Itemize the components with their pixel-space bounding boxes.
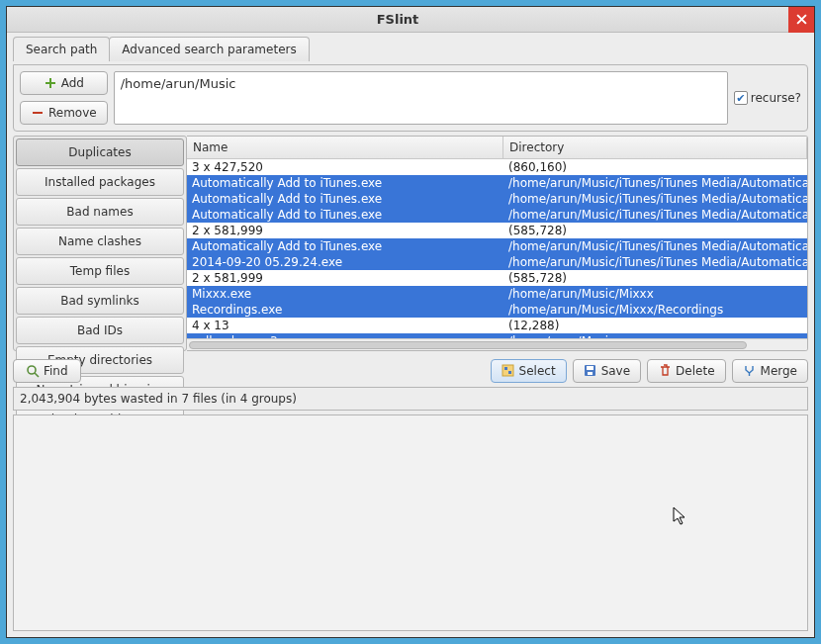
- close-button[interactable]: [788, 7, 814, 33]
- table-row[interactable]: 2 x 581,999(585,728): [187, 223, 807, 238]
- svg-rect-1: [502, 365, 513, 376]
- cell-directory: /home/arun/Music/Mixxx/Recordings: [503, 302, 807, 318]
- svg-rect-3: [508, 371, 511, 374]
- search-path-panel: Add Remove /home/arun/Music ✔ recurse?: [13, 64, 808, 132]
- cell-directory: (860,160): [503, 159, 807, 175]
- recurse-checkbox[interactable]: ✔ recurse?: [734, 91, 801, 105]
- main-split: Duplicates Installed packages Bad names …: [13, 136, 808, 351]
- cell-directory: /home/arun/Music/iTunes/iTunes Media/Aut…: [503, 207, 807, 223]
- find-label: Find: [44, 364, 68, 378]
- cell-directory: /home/arun/Music/iTunes/iTunes Media/Aut…: [503, 254, 807, 270]
- scrollbar-thumb[interactable]: [189, 341, 747, 349]
- add-button[interactable]: Add: [20, 71, 108, 95]
- col-directory[interactable]: Directory: [503, 137, 807, 158]
- search-icon: [26, 364, 40, 378]
- svg-point-0: [28, 366, 36, 374]
- merge-icon: [743, 364, 757, 378]
- cell-directory: /home/arun/Music/Mixxx: [503, 286, 807, 302]
- check-icon: ✔: [734, 91, 748, 105]
- sidebar-item-bad-names[interactable]: Bad names: [16, 198, 184, 226]
- cell-directory: /home/arun/Music/iTunes/iTunes Media/Aut…: [503, 175, 807, 191]
- find-button[interactable]: Find: [13, 359, 81, 383]
- category-sidebar: Duplicates Installed packages Bad names …: [13, 136, 187, 351]
- table-row[interactable]: Recordings.exe/home/arun/Music/Mixxx/Rec…: [187, 302, 807, 318]
- table-row[interactable]: Automatically Add to iTunes.exe/home/aru…: [187, 175, 807, 191]
- sidebar-item-bad-symlinks[interactable]: Bad symlinks: [16, 287, 184, 315]
- delete-label: Delete: [676, 364, 714, 378]
- close-icon: [796, 12, 807, 28]
- window-body: Search path Advanced search parameters A…: [7, 33, 814, 637]
- titlebar: FSlint: [7, 7, 814, 33]
- cell-directory: (585,728): [503, 270, 807, 286]
- trash-icon: [658, 364, 672, 378]
- path-list[interactable]: /home/arun/Music: [114, 71, 728, 125]
- cell-name: 3 x 427,520: [187, 159, 503, 175]
- minus-icon: [31, 106, 45, 120]
- path-buttons: Add Remove: [20, 71, 108, 125]
- horizontal-scrollbar[interactable]: [187, 338, 807, 350]
- col-name[interactable]: Name: [187, 137, 503, 158]
- sidebar-item-bad-ids[interactable]: Bad IDs: [16, 317, 184, 344]
- delete-button[interactable]: Delete: [647, 359, 725, 383]
- path-entry[interactable]: /home/arun/Music: [121, 76, 721, 91]
- cell-directory: /home/arun/Music/iTunes/iTunes Media/Aut…: [503, 191, 807, 207]
- svg-rect-6: [588, 372, 593, 375]
- select-button[interactable]: Select: [491, 359, 567, 383]
- save-button[interactable]: Save: [573, 359, 641, 383]
- remove-label: Remove: [48, 106, 97, 120]
- svg-rect-2: [504, 367, 507, 370]
- remove-button[interactable]: Remove: [20, 101, 108, 125]
- sidebar-item-name-clashes[interactable]: Name clashes: [16, 228, 184, 255]
- select-icon: [502, 364, 515, 378]
- status-bar: 2,043,904 bytes wasted in 7 files (in 4 …: [13, 387, 808, 411]
- cell-name: 2 x 581,999: [187, 270, 503, 286]
- cell-name: Automatically Add to iTunes.exe: [187, 191, 503, 207]
- window-title: FSlint: [7, 12, 788, 27]
- cell-name: Automatically Add to iTunes.exe: [187, 238, 503, 254]
- table-row[interactable]: Automatically Add to iTunes.exe/home/aru…: [187, 191, 807, 207]
- recurse-label: recurse?: [751, 91, 801, 105]
- table-header: Name Directory: [187, 137, 807, 159]
- sidebar-item-duplicates[interactable]: Duplicates: [16, 138, 184, 166]
- cell-name: Automatically Add to iTunes.exe: [187, 207, 503, 223]
- sidebar-item-installed-packages[interactable]: Installed packages: [16, 168, 184, 196]
- plus-icon: [44, 76, 57, 90]
- merge-label: Merge: [761, 364, 797, 378]
- table-row[interactable]: 3 x 427,520(860,160): [187, 159, 807, 175]
- table-rows[interactable]: 3 x 427,520(860,160)Automatically Add to…: [187, 159, 807, 338]
- table-row[interactable]: Automatically Add to iTunes.exe/home/aru…: [187, 207, 807, 223]
- cell-directory: (12,288): [503, 318, 807, 333]
- cell-name: Automatically Add to iTunes.exe: [187, 175, 503, 191]
- cell-directory: (585,728): [503, 223, 807, 238]
- cell-name: 2014-09-20 05.29.24.exe: [187, 254, 503, 270]
- table-row[interactable]: 2 x 581,999(585,728): [187, 270, 807, 286]
- table-row[interactable]: Automatically Add to iTunes.exe/home/aru…: [187, 238, 807, 254]
- cell-name: Mixxx.exe: [187, 286, 503, 302]
- output-pane: [13, 414, 808, 632]
- sidebar-item-temp-files[interactable]: Temp files: [16, 257, 184, 285]
- cell-directory: /home/arun/Music/iTunes/iTunes Media/Aut…: [503, 238, 807, 254]
- results-table: Name Directory 3 x 427,520(860,160)Autom…: [187, 136, 808, 351]
- add-label: Add: [61, 76, 84, 90]
- table-row[interactable]: 2014-09-20 05.29.24.exe/home/arun/Music/…: [187, 254, 807, 270]
- tabs: Search path Advanced search parameters: [13, 37, 808, 61]
- cell-name: Recordings.exe: [187, 302, 503, 318]
- table-row[interactable]: 4 x 13(12,288): [187, 318, 807, 333]
- tab-search-path[interactable]: Search path: [13, 37, 110, 61]
- merge-button[interactable]: Merge: [732, 359, 808, 383]
- app-window: FSlint Search path Advanced search param…: [6, 6, 815, 638]
- save-label: Save: [601, 364, 630, 378]
- action-bar: Find Select Save Delete: [13, 355, 808, 383]
- save-icon: [584, 364, 597, 378]
- select-label: Select: [519, 364, 556, 378]
- cell-name: 2 x 581,999: [187, 223, 503, 238]
- cell-name: 4 x 13: [187, 318, 503, 333]
- tab-advanced[interactable]: Advanced search parameters: [109, 37, 309, 61]
- table-row[interactable]: Mixxx.exe/home/arun/Music/Mixxx: [187, 286, 807, 302]
- svg-rect-5: [587, 366, 593, 370]
